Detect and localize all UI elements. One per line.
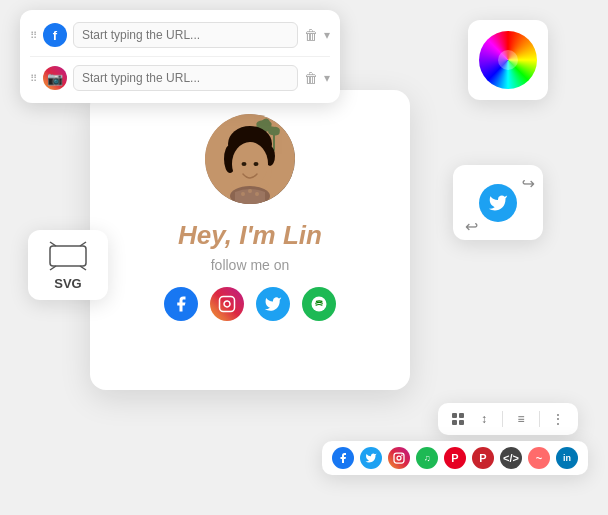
arrow-right-icon: ↩ <box>522 174 535 193</box>
sm-instagram-icon[interactable] <box>388 447 410 469</box>
toolbar-divider-1 <box>502 411 503 427</box>
reorder-icon[interactable]: ↕ <box>474 409 494 429</box>
drag-handle-2[interactable]: ⠿ <box>30 73 37 84</box>
twitter-main-icon[interactable] <box>479 184 517 222</box>
more-icon[interactable]: ⋮ <box>548 409 568 429</box>
trash-icon-1[interactable]: 🗑 <box>304 27 318 43</box>
greeting-text: Hey, I'm Lin <box>178 220 322 251</box>
svg-point-32 <box>397 456 401 460</box>
svg-rect-28 <box>459 413 464 418</box>
bottom-social-row: ♫ P P </> ~ in <box>322 441 588 475</box>
align-icon[interactable]: ≡ <box>511 409 531 429</box>
url-row-2: ⠿ 📷 🗑 ▾ <box>30 56 330 95</box>
sm-pinterest-icon[interactable]: P <box>444 447 466 469</box>
instagram-ball: 📷 <box>43 66 67 90</box>
sm-linkedin-icon[interactable]: in <box>556 447 578 469</box>
svg-point-16 <box>241 192 245 196</box>
url-row-1: ⠿ f 🗑 ▾ <box>30 18 330 52</box>
svg-point-33 <box>402 455 403 456</box>
sm-twitter-icon[interactable] <box>360 447 382 469</box>
main-card: Hey, I'm Lin follow me on <box>90 90 410 390</box>
svg-icon <box>48 240 88 272</box>
avatar <box>205 114 295 204</box>
bottom-toolbar: ↕ ≡ ⋮ <box>438 403 578 435</box>
sm-facebook-icon[interactable] <box>332 447 354 469</box>
svg-rect-19 <box>220 297 235 312</box>
arrow-left-icon: ↩ <box>465 217 478 236</box>
svg-point-13 <box>242 162 247 166</box>
facebook-icon[interactable] <box>164 287 198 321</box>
instagram-icon[interactable] <box>210 287 244 321</box>
svg-card: SVG <box>28 230 108 300</box>
svg-rect-30 <box>459 420 464 425</box>
svg-point-12 <box>232 142 268 186</box>
grid-icon[interactable] <box>448 409 468 429</box>
sm-patreon-icon[interactable]: P <box>472 447 494 469</box>
social-icons-row <box>164 287 336 321</box>
svg-point-14 <box>254 162 259 166</box>
sm-code-icon[interactable]: </> <box>500 447 522 469</box>
chevron-icon-1[interactable]: ▾ <box>324 28 330 42</box>
svg-point-18 <box>255 192 259 196</box>
facebook-ball: f <box>43 23 67 47</box>
svg-rect-22 <box>50 246 86 266</box>
svg-rect-27 <box>452 413 457 418</box>
svg-rect-31 <box>394 453 404 463</box>
follow-text: follow me on <box>211 257 290 273</box>
url-input-2[interactable] <box>73 65 298 91</box>
chevron-icon-2[interactable]: ▾ <box>324 71 330 85</box>
color-wheel[interactable] <box>479 31 537 89</box>
svg-rect-29 <box>452 420 457 425</box>
trash-icon-2[interactable]: 🗑 <box>304 70 318 86</box>
sm-tidal-icon[interactable]: ~ <box>528 447 550 469</box>
svg-point-17 <box>248 189 252 193</box>
drag-handle-1[interactable]: ⠿ <box>30 30 37 41</box>
toolbar-divider-2 <box>539 411 540 427</box>
color-wheel-card <box>468 20 548 100</box>
sm-spotify-icon[interactable]: ♫ <box>416 447 438 469</box>
spotify-icon[interactable] <box>302 287 336 321</box>
svg-label: SVG <box>54 276 81 291</box>
url-panel: ⠿ f 🗑 ▾ ⠿ 📷 🗑 ▾ <box>20 10 340 103</box>
twitter-card: ↩ ↩ <box>453 165 543 240</box>
twitter-icon[interactable] <box>256 287 290 321</box>
url-input-1[interactable] <box>73 22 298 48</box>
